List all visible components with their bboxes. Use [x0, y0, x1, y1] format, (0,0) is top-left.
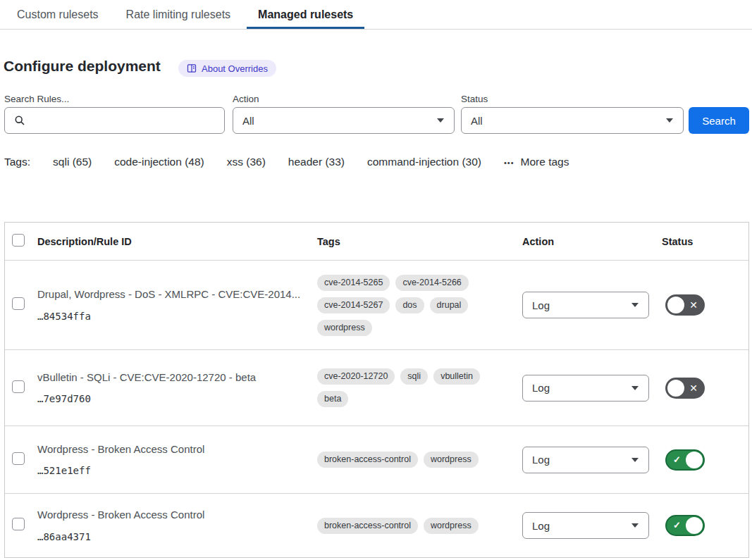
rule-action-select[interactable]: Log [522, 512, 649, 539]
toggle-knob [667, 380, 684, 397]
tags-filter-bar: Tags: sqli (65) code-injection (48) xss … [4, 156, 569, 168]
ellipsis-icon: ••• [504, 158, 514, 167]
rule-tag: beta [317, 391, 348, 407]
tags-label: Tags: [4, 156, 30, 168]
rule-tags: broken-access-control wordpress [317, 518, 502, 534]
rule-tag: wordpress [424, 518, 479, 534]
table-row: Wordpress - Broken Access Control …521e1… [5, 425, 748, 493]
caret-down-icon [631, 303, 639, 307]
column-header-tags: Tags [317, 236, 522, 247]
caret-down-icon [666, 118, 673, 123]
column-header-description: Description/Rule ID [37, 236, 317, 247]
row-checkbox[interactable] [12, 452, 25, 465]
tag-filter-xss[interactable]: xss (36) [227, 156, 266, 168]
select-all-checkbox[interactable] [12, 234, 25, 247]
rule-tags: broken-access-control wordpress [317, 452, 502, 468]
tag-filter-code-injection[interactable]: code-injection (48) [114, 156, 204, 168]
status-toggle[interactable]: ✓ ✕ [665, 449, 705, 471]
rule-tag: broken-access-control [317, 518, 418, 534]
rule-tag: dos [395, 297, 424, 313]
status-filter-label: Status [461, 94, 488, 104]
rule-tag: cve-2014-5267 [317, 297, 390, 313]
tag-filter-sqli[interactable]: sqli (65) [53, 156, 92, 168]
tab-custom-rulesets[interactable]: Custom rulesets [6, 0, 110, 29]
row-checkbox[interactable] [12, 380, 25, 393]
rule-tag: cve-2014-5265 [317, 275, 390, 291]
about-overrides-link[interactable]: About Overrides [178, 60, 276, 77]
rule-tags: cve-2014-5265 cve-2014-5266 cve-2014-526… [317, 275, 502, 336]
action-filter-label: Action [233, 94, 259, 104]
rule-action-value: Log [532, 382, 550, 394]
rule-description: Drupal, Wordpress - DoS - XMLRPC - CVE:C… [37, 288, 306, 301]
rule-tags: cve-2020-12720 sqli vbulletin beta [317, 368, 502, 407]
status-toggle[interactable]: ✓ ✕ [665, 294, 705, 316]
tab-managed-rulesets[interactable]: Managed rulesets [247, 0, 364, 29]
rule-action-value: Log [532, 454, 550, 466]
rule-description: Wordpress - Broken Access Control [37, 443, 306, 456]
page-title: Configure deployment [4, 58, 161, 75]
rule-action-value: Log [532, 520, 550, 532]
rule-action-select[interactable]: Log [522, 292, 649, 318]
caret-down-icon [437, 118, 444, 123]
check-icon: ✓ [673, 521, 681, 530]
rule-tag: cve-2014-5266 [395, 275, 468, 291]
search-button[interactable]: Search [689, 107, 749, 134]
rule-action-select[interactable]: Log [522, 447, 649, 473]
column-header-action: Action [522, 236, 662, 247]
rule-tag: broken-access-control [317, 452, 418, 468]
toggle-knob [686, 452, 703, 468]
rule-tag: vbulletin [433, 368, 480, 385]
search-icon [14, 115, 25, 126]
more-tags-label: More tags [521, 156, 569, 168]
table-row: vBulletin - SQLi - CVE:CVE-2020-12720 - … [5, 349, 748, 425]
status-filter-value: All [471, 115, 483, 127]
rule-tag: sqli [400, 368, 428, 385]
tag-filter-header[interactable]: header (33) [288, 156, 345, 168]
rule-tag: wordpress [317, 320, 372, 336]
rule-action-value: Log [532, 299, 550, 311]
table-row: Wordpress - Broken Access Control …86aa4… [5, 493, 748, 557]
search-rules-label: Search Rules... [4, 94, 69, 104]
caret-down-icon [631, 523, 639, 528]
more-tags-button[interactable]: ••• More tags [504, 156, 569, 168]
cross-icon: ✕ [689, 383, 698, 393]
rule-id: …7e97d760 [37, 393, 306, 404]
table-header-row: Description/Rule ID Tags Action Status [5, 223, 748, 260]
check-icon: ✓ [673, 455, 681, 464]
rule-id: …521e1eff [37, 465, 306, 476]
rule-tag: drupal [430, 297, 469, 313]
toggle-knob [667, 297, 684, 313]
row-checkbox[interactable] [12, 297, 25, 310]
caret-down-icon [631, 386, 639, 390]
rule-tag: wordpress [424, 452, 479, 468]
caret-down-icon [631, 458, 639, 462]
rule-action-select[interactable]: Log [522, 375, 649, 402]
tab-rate-limiting-rulesets[interactable]: Rate limiting rulesets [115, 0, 242, 29]
rule-description: Wordpress - Broken Access Control [37, 509, 306, 522]
search-rules-input[interactable] [32, 108, 224, 133]
toggle-knob [686, 517, 703, 534]
about-overrides-label: About Overrides [202, 63, 268, 74]
tag-filter-command-injection[interactable]: command-injection (30) [367, 156, 481, 168]
action-filter-select[interactable]: All [233, 107, 455, 134]
rule-id: …84534ffa [37, 311, 306, 322]
status-toggle[interactable]: ✓ ✕ [665, 378, 705, 399]
rule-id: …86aa4371 [37, 531, 306, 542]
search-rules-box [4, 107, 225, 134]
rules-table: Description/Rule ID Tags Action Status D… [4, 222, 749, 558]
status-toggle[interactable]: ✓ ✕ [665, 515, 705, 536]
rule-tag: cve-2020-12720 [317, 368, 395, 385]
rulesets-tabbar: Custom rulesets Rate limiting rulesets M… [0, 0, 752, 30]
row-checkbox[interactable] [12, 518, 25, 530]
column-header-status: Status [662, 236, 748, 247]
cross-icon: ✕ [689, 300, 698, 310]
book-icon [187, 63, 197, 73]
rule-description: vBulletin - SQLi - CVE:CVE-2020-12720 - … [37, 371, 306, 385]
action-filter-value: All [242, 115, 254, 127]
status-filter-select[interactable]: All [461, 107, 684, 134]
table-row: Drupal, Wordpress - DoS - XMLRPC - CVE:C… [5, 260, 748, 349]
managed-rulesets-page: Custom rulesets Rate limiting rulesets M… [0, 0, 752, 560]
